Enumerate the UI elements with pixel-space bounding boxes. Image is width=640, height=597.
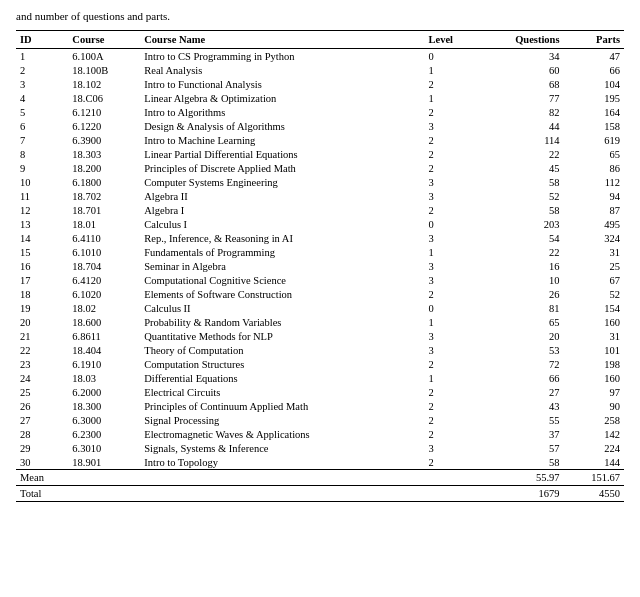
table-cell: Elements of Software Construction — [140, 287, 424, 301]
table-cell: 1 — [425, 315, 478, 329]
table-cell: 58 — [478, 175, 564, 189]
table-cell: Calculus II — [140, 301, 424, 315]
table-cell: 6.1020 — [68, 287, 140, 301]
table-cell: 28 — [16, 427, 68, 441]
table-cell: 52 — [478, 189, 564, 203]
table-cell: 3 — [425, 119, 478, 133]
table-cell: 2 — [425, 287, 478, 301]
table-cell: 15 — [16, 245, 68, 259]
table-cell: 0 — [425, 301, 478, 315]
table-cell: 45 — [478, 161, 564, 175]
table-row: 296.3010Signals, Systems & Inference3572… — [16, 441, 624, 455]
table-cell: 60 — [478, 63, 564, 77]
table-cell: 101 — [564, 343, 624, 357]
table-cell: 3 — [425, 231, 478, 245]
table-cell: 6.1910 — [68, 357, 140, 371]
table-cell: 25 — [16, 385, 68, 399]
table-cell: 2 — [425, 161, 478, 175]
table-cell: 23 — [16, 357, 68, 371]
table-cell: Algebra II — [140, 189, 424, 203]
table-cell: 3 — [425, 189, 478, 203]
table-cell: 18.03 — [68, 371, 140, 385]
table-cell: 82 — [478, 105, 564, 119]
table-footer: Mean 55.97 151.67 Total 1679 4550 — [16, 470, 624, 502]
table-cell: 18.704 — [68, 259, 140, 273]
table-cell: 44 — [478, 119, 564, 133]
table-cell: 58 — [478, 203, 564, 217]
table-cell: 2 — [425, 147, 478, 161]
table-cell: 0 — [425, 49, 478, 64]
table-cell: 43 — [478, 399, 564, 413]
table-cell: 2 — [425, 427, 478, 441]
table-row: 218.100BReal Analysis16066 — [16, 63, 624, 77]
table-cell: Electromagnetic Waves & Applications — [140, 427, 424, 441]
table-cell: 87 — [564, 203, 624, 217]
table-cell: 27 — [478, 385, 564, 399]
table-cell: 30 — [16, 455, 68, 470]
table-row: 418.C06Linear Algebra & Optimization1771… — [16, 91, 624, 105]
table-cell: 18.303 — [68, 147, 140, 161]
table-cell: Differential Equations — [140, 371, 424, 385]
table-cell: 58 — [478, 455, 564, 470]
table-cell: 258 — [564, 413, 624, 427]
table-cell: 154 — [564, 301, 624, 315]
table-cell: 1 — [425, 245, 478, 259]
table-row: 2618.300Principles of Continuum Applied … — [16, 399, 624, 413]
table-cell: 18.701 — [68, 203, 140, 217]
table-cell: 198 — [564, 357, 624, 371]
table-cell: 10 — [478, 273, 564, 287]
table-cell: 13 — [16, 217, 68, 231]
mean-questions: 55.97 — [478, 470, 564, 486]
table-row: 818.303Linear Partial Differential Equat… — [16, 147, 624, 161]
table-cell: 66 — [564, 63, 624, 77]
table-cell: 3 — [425, 175, 478, 189]
total-parts: 4550 — [564, 486, 624, 502]
table-cell: 12 — [16, 203, 68, 217]
table-cell: 18.200 — [68, 161, 140, 175]
table-cell: 195 — [564, 91, 624, 105]
table-cell: Rep., Inference, & Reasoning in AI — [140, 231, 424, 245]
table-cell: 86 — [564, 161, 624, 175]
table-cell: 6.2000 — [68, 385, 140, 399]
table-cell: Linear Algebra & Optimization — [140, 91, 424, 105]
table-cell: 81 — [478, 301, 564, 315]
table-cell: 158 — [564, 119, 624, 133]
table-cell: 6.3010 — [68, 441, 140, 455]
table-cell: 65 — [564, 147, 624, 161]
table-cell: 324 — [564, 231, 624, 245]
table-cell: 18.100B — [68, 63, 140, 77]
table-cell: 1 — [425, 91, 478, 105]
table-cell: 142 — [564, 427, 624, 441]
table-cell: Quantitative Methods for NLP — [140, 329, 424, 343]
table-cell: 10 — [16, 175, 68, 189]
table-cell: 55 — [478, 413, 564, 427]
table-cell: 27 — [16, 413, 68, 427]
table-cell: Principles of Discrete Applied Math — [140, 161, 424, 175]
table-cell: 6.4120 — [68, 273, 140, 287]
table-cell: 4 — [16, 91, 68, 105]
table-row: 256.2000Electrical Circuits22797 — [16, 385, 624, 399]
table-cell: 31 — [564, 329, 624, 343]
table-cell: 3 — [425, 259, 478, 273]
table-row: 918.200Principles of Discrete Applied Ma… — [16, 161, 624, 175]
table-cell: 22 — [16, 343, 68, 357]
table-row: 276.3000Signal Processing255258 — [16, 413, 624, 427]
table-row: 216.8611Quantitative Methods for NLP3203… — [16, 329, 624, 343]
table-row: 1118.702Algebra II35294 — [16, 189, 624, 203]
table-cell: 66 — [478, 371, 564, 385]
table-cell: 2 — [425, 455, 478, 470]
table-cell: Linear Partial Differential Equations — [140, 147, 424, 161]
table-cell: 26 — [478, 287, 564, 301]
table-cell: 19 — [16, 301, 68, 315]
table-cell: 619 — [564, 133, 624, 147]
table-cell: 29 — [16, 441, 68, 455]
table-cell: Electrical Circuits — [140, 385, 424, 399]
table-cell: Fundamentals of Programming — [140, 245, 424, 259]
table-cell: 6.2300 — [68, 427, 140, 441]
table-cell: 20 — [478, 329, 564, 343]
table-row: 286.2300Electromagnetic Waves & Applicat… — [16, 427, 624, 441]
table-cell: 7 — [16, 133, 68, 147]
table-cell: 6.100A — [68, 49, 140, 64]
table-cell: 22 — [478, 147, 564, 161]
table-body: 16.100AIntro to CS Programming in Python… — [16, 49, 624, 470]
